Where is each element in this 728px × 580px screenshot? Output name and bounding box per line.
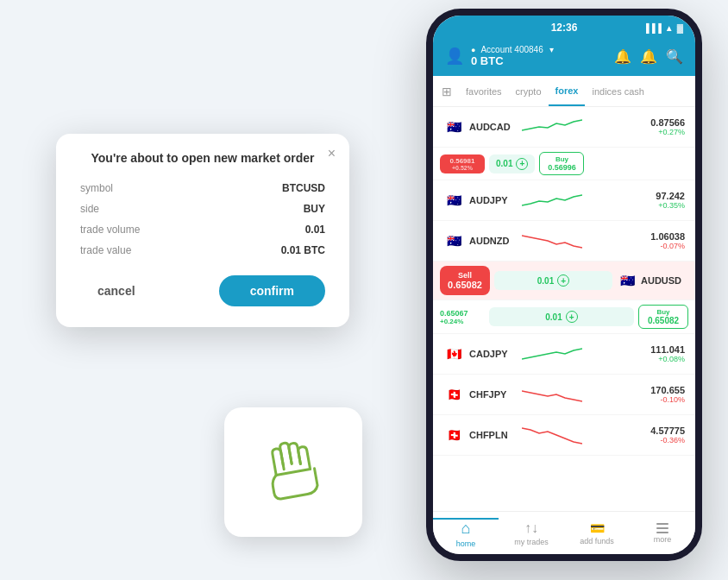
qty-audusd-sell[interactable]: 0.01 + — [494, 271, 612, 290]
profile-icon[interactable]: 👤 — [445, 47, 464, 66]
tab-favorites[interactable]: favorites — [459, 76, 509, 106]
modal-label-symbol: symbol — [80, 182, 113, 194]
modal-title: You're about to open new market order — [80, 151, 325, 165]
account-label: Account 400846 — [480, 45, 543, 54]
flag-chfjpy: 🇨🇭 — [443, 388, 464, 401]
nav-funds-label: add funds — [580, 537, 614, 545]
chart-cadjpy — [522, 341, 628, 367]
phone-header: 👤 ● Account 400846 ▾ 0 BTC 🔔 🔔 🔍 — [433, 40, 695, 76]
sell-badge-audcad[interactable]: 0.56981 +0.52% — [440, 154, 485, 173]
market-tabs: ⊞ favorites crypto forex indices cash — [433, 76, 695, 107]
modal-row-symbol: symbol BTCUSD — [80, 182, 325, 194]
name-cadjpy: CADJPY — [469, 349, 517, 359]
nav-more-label: more — [654, 535, 672, 544]
buy-badge-audusd[interactable]: Buy 0.65082 — [638, 305, 688, 329]
flag-audusd: 🇦🇺 — [617, 274, 637, 287]
trade-row-audcad[interactable]: 0.56981 +0.52% 0.01 + Buy 0.56996 — [433, 148, 695, 180]
trade-row-audusd-buy[interactable]: 0.65067 +0.24% 0.01 + Buy 0.65082 — [433, 300, 695, 334]
market-row-chfpln[interactable]: 🇨🇭 CHFPLN 4.57775 -0.36% — [433, 415, 695, 456]
chart-chfpln — [522, 422, 628, 448]
signal-icon: ▐▐▐ — [643, 23, 662, 33]
modal-value-symbol: BTCUSD — [282, 182, 325, 194]
modal-label-side: side — [80, 203, 99, 215]
flag-audjpy: 🇦🇺 — [443, 193, 464, 207]
trade-row-audusd-sell[interactable]: Sell 0.65082 0.01 + 🇦🇺 AUDUSD — [433, 262, 695, 300]
name-chfjpy: CHFJPY — [469, 389, 517, 400]
grid-icon[interactable]: ⊞ — [442, 85, 452, 98]
tab-crypto[interactable]: crypto — [509, 76, 549, 106]
add-funds-icon: 💳 — [590, 521, 605, 535]
flag-chfpln: 🇨🇭 — [443, 428, 464, 442]
chart-chfjpy — [522, 381, 628, 407]
plus-icon-audusd[interactable]: + — [557, 274, 569, 287]
audusd-label: 🇦🇺 AUDUSD — [617, 274, 688, 287]
plus-icon-audusd-buy[interactable]: + — [566, 311, 578, 323]
flag-audcad: 🇦🇺 — [443, 120, 464, 134]
qty-audusd-buy[interactable]: 0.01 + — [489, 307, 634, 326]
price-chfpln: 4.57775 -0.36% — [633, 426, 685, 444]
market-row-audcad[interactable]: 🇦🇺 AUDCAD 0.87566 +0.27% — [433, 107, 695, 148]
nav-home[interactable]: ⌂ home — [433, 518, 499, 548]
alert-icon[interactable]: 🔔 — [614, 48, 631, 65]
price-audnzd: 1.06038 -0.07% — [633, 231, 685, 250]
flag-audnzd: 🇦🇺 — [443, 234, 464, 248]
chart-audjpy — [522, 187, 628, 213]
price-chfjpy: 170.655 -0.10% — [633, 385, 685, 404]
chart-audcad — [522, 114, 628, 140]
name-chfpln: CHFPLN — [469, 430, 517, 440]
modal-label-volume: trade volume — [80, 224, 140, 236]
modal-actions: cancel confirm — [80, 275, 325, 306]
phone-frame: 12:36 ▐▐▐ ▲ ▓ 👤 ● Account 400846 ▾ 0 BTC… — [426, 9, 702, 561]
trades-icon: ↑↓ — [524, 520, 538, 536]
account-coin-icon: ● — [471, 46, 475, 54]
tab-indices[interactable]: indices cash — [585, 76, 651, 106]
modal-row-side: side BUY — [80, 203, 325, 215]
flag-cadjpy: 🇨🇦 — [443, 347, 464, 361]
modal-row-volume: trade volume 0.01 — [80, 224, 325, 236]
confirm-button[interactable]: confirm — [219, 275, 325, 306]
cancel-button[interactable]: cancel — [80, 277, 153, 305]
qty-audcad[interactable]: 0.01 + — [489, 154, 535, 173]
nav-my-trades[interactable]: ↑↓ my trades — [499, 520, 564, 546]
nav-add-funds[interactable]: 💳 add funds — [564, 521, 630, 545]
tab-forex[interactable]: forex — [549, 76, 586, 106]
market-row-chfjpy[interactable]: 🇨🇭 CHFJPY 170.655 -0.10% — [433, 375, 695, 415]
hand-icon — [252, 423, 335, 520]
name-audjpy: AUDJPY — [469, 195, 517, 205]
name-audnzd: AUDNZD — [469, 236, 517, 246]
market-list: 🇦🇺 AUDCAD 0.87566 +0.27% 0.56981 +0.52% … — [433, 107, 695, 502]
sell-badge-audusd[interactable]: Sell 0.65082 — [440, 266, 490, 295]
bottom-nav: ⌂ home ↑↓ my trades 💳 add funds more — [433, 511, 695, 554]
modal-value-side: BUY — [304, 203, 325, 215]
name-audcad: AUDCAD — [469, 122, 517, 132]
price-audcad: 0.87566 +0.27% — [633, 117, 685, 136]
nav-more[interactable]: more — [630, 523, 695, 544]
market-row-audnzd[interactable]: 🇦🇺 AUDNZD 1.06038 -0.07% — [433, 221, 695, 262]
wifi-icon: ▲ — [665, 23, 674, 33]
battery-icon: ▓ — [677, 23, 683, 33]
status-time: 12:36 — [551, 22, 578, 34]
status-bar: 12:36 ▐▐▐ ▲ ▓ — [433, 16, 695, 40]
btc-balance: 0 BTC — [471, 54, 554, 67]
price-audjpy: 97.242 +0.35% — [633, 191, 685, 210]
chevron-icon[interactable]: ▾ — [549, 45, 554, 54]
notification-icon[interactable]: 🔔 — [640, 48, 657, 65]
modal-value-volume: 0.01 — [305, 224, 325, 236]
modal-order: × You're about to open new market order … — [56, 134, 349, 327]
price-cadjpy: 111.041 +0.08% — [633, 344, 685, 363]
hand-cursor-card — [224, 407, 362, 537]
modal-row-value: trade value 0.01 BTC — [80, 244, 325, 256]
nav-trades-label: my trades — [514, 538, 549, 546]
chart-audnzd — [522, 228, 628, 254]
nav-home-label: home — [456, 539, 476, 548]
modal-label-value: trade value — [80, 244, 131, 256]
modal-value-value: 0.01 BTC — [281, 244, 325, 256]
more-icon — [655, 523, 670, 533]
market-row-audjpy[interactable]: 🇦🇺 AUDJPY 97.242 +0.35% — [433, 180, 695, 221]
market-row-cadjpy[interactable]: 🇨🇦 CADJPY 111.041 +0.08% — [433, 334, 695, 375]
buy-badge-audcad[interactable]: Buy 0.56996 — [539, 152, 584, 175]
modal-close-button[interactable]: × — [328, 146, 336, 161]
plus-icon-audcad[interactable]: + — [516, 158, 528, 170]
home-icon: ⌂ — [461, 520, 471, 538]
search-icon[interactable]: 🔍 — [666, 48, 683, 65]
